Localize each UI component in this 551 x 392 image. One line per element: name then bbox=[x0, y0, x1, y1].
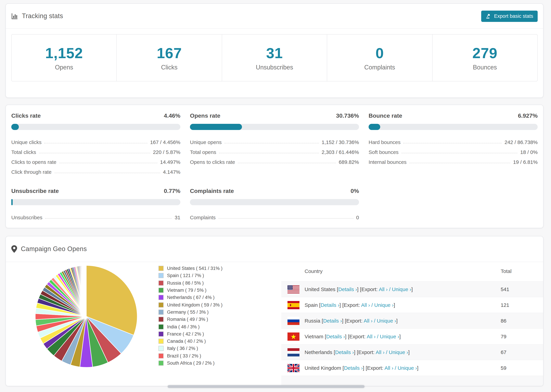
table-row: Netherlands [Details ›] [Export: All › /… bbox=[281, 344, 543, 360]
legend-label: France ( 42 / 2% ) bbox=[167, 331, 204, 336]
rate-stat-value: 0 bbox=[356, 215, 359, 220]
legend-label: India ( 46 / 3% ) bbox=[167, 324, 200, 329]
rate-stat-row: Total clicks 220 / 5.87% bbox=[11, 145, 180, 155]
flag-ru-icon bbox=[288, 317, 299, 325]
rates-card: Clicks rate 4.46% Unique clicks 167 / 4.… bbox=[6, 105, 544, 228]
legend-swatch bbox=[158, 353, 164, 358]
export-all-link[interactable]: All › bbox=[379, 286, 388, 292]
rate-value: 0% bbox=[351, 188, 359, 195]
tracking-stats-header: Tracking stats Export basic stats bbox=[6, 4, 543, 28]
stat-label: Unsubscribes bbox=[256, 64, 293, 71]
stat-label: Clicks bbox=[161, 64, 177, 71]
rate-stat-row: Unique clicks 167 / 4.456% bbox=[11, 135, 180, 145]
details-link[interactable]: Details › bbox=[344, 365, 363, 371]
rate-value: 0.77% bbox=[164, 188, 180, 195]
progress-bar bbox=[369, 124, 538, 130]
geo-opens-header: Campaign Geo Opens bbox=[6, 236, 543, 262]
export-unique-link[interactable]: Unique › bbox=[380, 334, 399, 339]
export-all-link[interactable]: All › bbox=[384, 365, 393, 371]
map-pin-icon bbox=[11, 245, 17, 253]
table-row: Russia [Details ›] [Export: All › / Uniq… bbox=[281, 313, 543, 328]
geo-country-table: Country Total United States [Details ›] … bbox=[281, 262, 543, 386]
export-all-link[interactable]: All › bbox=[364, 318, 373, 324]
dotted-leader bbox=[218, 218, 353, 219]
country-name: Russia bbox=[304, 318, 320, 324]
legend-item: United States ( 541 / 31% ) bbox=[158, 265, 222, 272]
legend-label: Russia ( 86 / 5% ) bbox=[167, 280, 204, 286]
progress-bar-fill bbox=[11, 199, 13, 205]
rate-stat-label: Soft bounces bbox=[369, 149, 399, 155]
dotted-leader bbox=[44, 143, 147, 143]
rate-stat-row: Hard bounces 242 / 86.738% bbox=[369, 135, 538, 145]
country-total: 79 bbox=[501, 334, 506, 339]
legend-swatch bbox=[158, 302, 164, 307]
horizontal-scrollbar[interactable] bbox=[168, 385, 365, 388]
rate-value: 6.927% bbox=[518, 112, 538, 119]
stat-value: 279 bbox=[472, 45, 497, 61]
rate-stat-row: Total opens 2,303 / 61.446% bbox=[190, 145, 359, 155]
rate-stat-row: Internal bounces 19 / 6.81% bbox=[369, 155, 538, 165]
export-unique-link[interactable]: Unique › bbox=[377, 318, 396, 324]
progress-bar-fill bbox=[369, 124, 380, 130]
legend-item: Netherlands ( 67 / 4% ) bbox=[158, 294, 222, 301]
country-total: 86 bbox=[501, 318, 506, 324]
export-icon bbox=[486, 13, 491, 19]
dotted-leader bbox=[54, 173, 160, 173]
geo-pie-chart bbox=[35, 265, 138, 368]
export-all-link[interactable]: All › bbox=[361, 302, 370, 308]
legend-label: Italy ( 36 / 2% ) bbox=[167, 346, 198, 351]
details-link[interactable]: Details › bbox=[326, 334, 345, 339]
stat-box: 279 Bounces bbox=[432, 35, 537, 81]
rate-block: Opens rate 30.736% Unique opens 1,152 / … bbox=[190, 112, 359, 175]
legend-item: Spain ( 121 / 7% ) bbox=[158, 272, 222, 280]
details-link[interactable]: Details › bbox=[323, 318, 342, 324]
legend-label: Spain ( 121 / 7% ) bbox=[167, 273, 204, 278]
export-basic-stats-button[interactable]: Export basic stats bbox=[481, 10, 538, 22]
rate-stat-value: 167 / 4.456% bbox=[150, 139, 180, 145]
export-all-link[interactable]: All › bbox=[376, 349, 384, 355]
flag-nl-icon bbox=[288, 348, 299, 356]
flag-es-icon bbox=[288, 301, 299, 309]
legend-swatch bbox=[158, 331, 164, 336]
export-unique-link[interactable]: Unique › bbox=[392, 286, 411, 292]
rate-stat-label: Complaints bbox=[190, 215, 216, 220]
geo-opens-title: Campaign Geo Opens bbox=[21, 245, 87, 253]
legend-label: United Kingdom ( 59 / 3% ) bbox=[167, 302, 222, 307]
stat-value: 0 bbox=[375, 45, 384, 61]
rate-stat-label: Opens to clicks rate bbox=[190, 159, 235, 165]
dotted-leader bbox=[409, 163, 510, 163]
geo-table-header: Country Total bbox=[281, 262, 543, 281]
rate-stat-value: 18 / 0% bbox=[520, 149, 538, 155]
legend-item: France ( 42 / 2% ) bbox=[158, 330, 222, 338]
legend-swatch bbox=[158, 273, 164, 278]
legend-swatch bbox=[158, 288, 164, 293]
details-link[interactable]: Details › bbox=[338, 286, 357, 292]
export-unique-link[interactable]: Unique › bbox=[398, 365, 417, 371]
export-unique-link[interactable]: Unique › bbox=[389, 349, 408, 355]
details-link[interactable]: Details › bbox=[335, 349, 354, 355]
rate-stat-value: 220 / 5.87% bbox=[153, 149, 180, 155]
legend-item: Brazil ( 33 / 2% ) bbox=[158, 352, 222, 359]
rate-stat-value: 242 / 86.738% bbox=[505, 139, 538, 145]
rate-title: Opens rate bbox=[190, 112, 220, 119]
legend-item: Canada ( 40 / 2% ) bbox=[158, 338, 222, 345]
rate-title: Clicks rate bbox=[11, 112, 41, 119]
flag-us-icon bbox=[288, 285, 299, 293]
rate-stat-value: 689.82% bbox=[339, 159, 359, 165]
flag-gb-icon bbox=[288, 364, 299, 372]
pie-slice bbox=[86, 266, 86, 316]
export-unique-link[interactable]: Unique › bbox=[374, 302, 394, 308]
legend-swatch bbox=[158, 324, 164, 329]
legend-item: South Africa ( 29 / 2% ) bbox=[158, 359, 222, 367]
legend-item: Vietnam ( 79 / 5% ) bbox=[158, 287, 222, 294]
rate-stat-value: 14.497% bbox=[160, 159, 180, 165]
rate-stat-label: Clicks to opens rate bbox=[11, 159, 56, 165]
rate-block: Complaints rate 0% Complaints 0 bbox=[190, 188, 359, 220]
legend-swatch bbox=[158, 361, 164, 366]
dotted-leader bbox=[401, 153, 517, 153]
bar-chart-icon bbox=[11, 13, 18, 20]
details-link[interactable]: Details › bbox=[320, 302, 339, 308]
rate-stat-label: Click through rate bbox=[11, 169, 51, 175]
export-all-link[interactable]: All › bbox=[367, 334, 376, 339]
legend-item: India ( 46 / 3% ) bbox=[158, 323, 222, 330]
